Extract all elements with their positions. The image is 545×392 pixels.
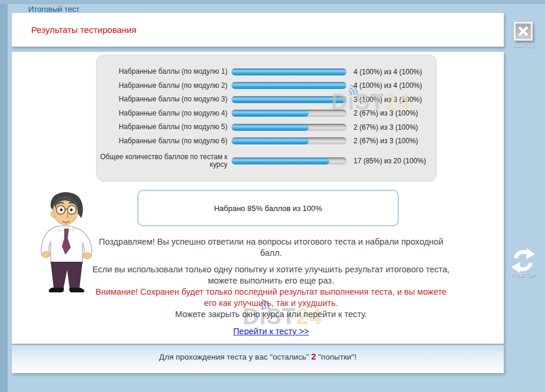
exit-button-label: ВЫХОД: [506, 42, 541, 48]
score-summary-text: Набрано 85% баллов из 100%: [214, 204, 322, 213]
repeat-button-label: ПОВТОР: [506, 272, 541, 278]
result-row: Набранные баллы (по модулю 1) 4 (100%) и…: [97, 65, 436, 79]
result-row-value: 4 (100%) из 4 (100%): [354, 81, 422, 90]
progress-bar-fill: [232, 82, 346, 89]
header-panel: Результаты тестирования: [12, 13, 504, 47]
progress-bar: [232, 96, 346, 103]
result-message: Поздравляем! Вы успешно ответили на вопр…: [88, 236, 454, 320]
warning-text: Внимание! Сохранен будет только последни…: [88, 286, 454, 309]
attempts-text-suffix: "попытки"!: [316, 353, 356, 361]
result-row-value: 2 (67%) из 3 (100%): [354, 137, 418, 145]
go-to-test-link[interactable]: Перейти к тесту >>: [233, 327, 309, 336]
results-panel: Набранные баллы (по модулю 1) 4 (100%) и…: [96, 55, 437, 182]
progress-bar-fill: [232, 96, 346, 103]
result-row-value: 2 (67%) из 3 (100%): [354, 109, 418, 117]
result-row-label: Набранные баллы (по модулю 5): [97, 123, 227, 131]
progress-bar: [232, 110, 346, 117]
result-row-label: Набранные баллы (по модулю 6): [97, 137, 227, 146]
result-row: Набранные баллы (по модулю 2) 4 (100%) и…: [97, 79, 436, 93]
page-title: Результаты тестирования: [31, 25, 137, 35]
go-to-test-link-wrap: Перейти к тесту >>: [88, 326, 454, 337]
progress-bar-fill: [232, 68, 346, 75]
window-frame-top: [0, 0, 545, 4]
progress-bar: [232, 68, 346, 75]
attempts-bar: Для прохождения теста у вас "остались" 2…: [12, 345, 504, 373]
result-row: Набранные баллы (по модулю 6) 2 (67%) из…: [97, 134, 436, 149]
exit-button[interactable]: [514, 22, 533, 41]
retry-info-text: Если вы использовали только одну попытку…: [88, 264, 454, 286]
repeat-button[interactable]: [509, 246, 537, 275]
result-row-value: 4 (100%) из 4 (100%): [354, 68, 422, 76]
close-info-text: Можете закрыть окно курса или перейти к …: [88, 309, 454, 320]
result-row-label: Набранные баллы (по модулю 3): [97, 95, 227, 104]
progress-bar-fill: [232, 124, 309, 131]
score-summary-box: Набрано 85% баллов из 100%: [137, 190, 399, 226]
result-row: Набранные баллы (по модулю 3) 3 (100%) и…: [97, 93, 436, 107]
result-row: Общее количество баллов по тестам к курс…: [97, 149, 436, 173]
congrats-text: Поздравляем! Вы успешно ответили на вопр…: [88, 236, 454, 259]
result-row-label: Общее количество баллов по тестам к курс…: [97, 153, 227, 169]
window-title: Итоговый тест: [28, 5, 80, 14]
main-content-panel: Набранные баллы (по модулю 1) 4 (100%) и…: [12, 52, 504, 344]
result-row-value: 17 (85%) из 20 (100%): [354, 157, 426, 165]
result-row-value: 3 (100%) из 3 (100%): [354, 95, 422, 104]
result-row: Набранные баллы (по модулю 4) 2 (67%) из…: [97, 107, 436, 121]
progress-bar: [232, 137, 346, 144]
progress-bar-fill: [232, 157, 329, 164]
window-frame-left: [0, 0, 8, 392]
progress-bar: [232, 82, 346, 89]
attempts-text-prefix: Для прохождения теста у вас "остались": [159, 353, 311, 361]
result-row-label: Набранные баллы (по модулю 4): [97, 110, 227, 118]
result-row-label: Набранные баллы (по модулю 1): [97, 68, 227, 76]
result-row: Набранные баллы (по модулю 5) 2 (67%) из…: [97, 120, 436, 134]
test-results-page: { "window": { "title": "Итоговый тест" }…: [0, 0, 545, 392]
progress-bar: [232, 124, 346, 131]
progress-bar-fill: [232, 110, 309, 117]
progress-bar: [232, 157, 346, 164]
result-row-label: Набранные баллы (по модулю 2): [97, 82, 227, 90]
close-icon: [517, 25, 529, 37]
progress-bar-fill: [232, 137, 309, 144]
result-row-value: 2 (67%) из 3 (100%): [354, 123, 418, 131]
results-rows: Набранные баллы (по модулю 1) 4 (100%) и…: [97, 65, 436, 173]
